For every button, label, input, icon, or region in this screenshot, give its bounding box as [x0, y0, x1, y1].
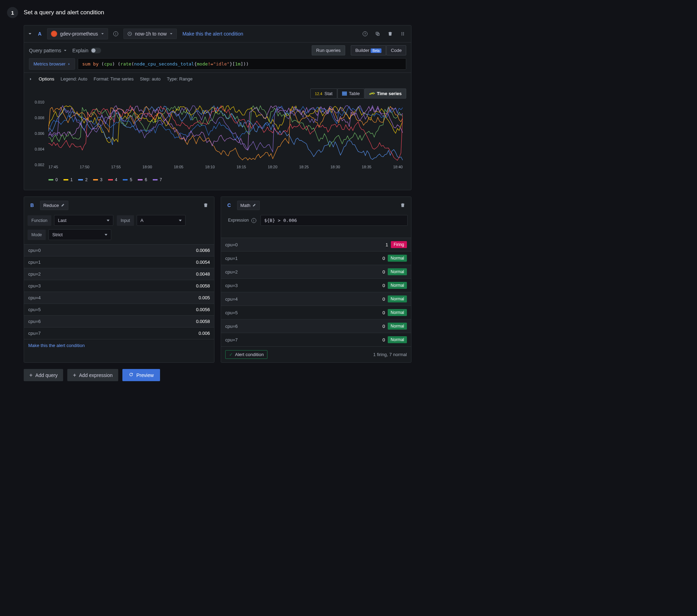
visualization-area: 12.4 Stat Table Time series 0.0100.0080.…: [24, 85, 411, 190]
datasource-info-icon[interactable]: i: [111, 29, 121, 39]
viz-stat-button[interactable]: 12.4 Stat: [310, 88, 337, 99]
table-row: cpu=20Normal: [221, 265, 411, 278]
plot-area[interactable]: [48, 102, 403, 165]
svg-rect-9: [342, 92, 347, 93]
expression-header: B Reduce: [24, 197, 214, 214]
copy-icon[interactable]: [373, 29, 382, 39]
step-number-badge: 1: [7, 7, 18, 18]
expression-input[interactable]: ${B} > 0.006: [260, 215, 408, 226]
expression-controls: Function Last Input A Mode Strict: [24, 214, 214, 244]
function-select[interactable]: Last: [54, 215, 113, 226]
timeseries-icon: [369, 92, 375, 95]
make-alert-condition-link[interactable]: Make this the alert condition: [180, 31, 246, 37]
table-row: cpu=50Normal: [221, 306, 411, 319]
legend-item[interactable]: 4: [108, 177, 118, 182]
step-title: Set a query and alert condition: [24, 9, 104, 16]
status-badge: Normal: [388, 295, 407, 302]
expression-panel-c: C Math Expression i ${B} > 0.006: [221, 197, 411, 363]
status-badge: Firing: [391, 241, 407, 248]
datasource-name: gdev-prometheus: [60, 31, 98, 37]
explain-toggle[interactable]: Explain: [73, 48, 101, 53]
y-axis: 0.0100.0080.0060.0040.002: [32, 102, 46, 165]
expression-header: C Math: [221, 197, 411, 214]
svg-point-8: [403, 34, 404, 35]
table-row: cpu=10.0054: [24, 256, 214, 268]
chart-legend: 01234567: [29, 175, 406, 184]
help-icon[interactable]: ?: [360, 29, 370, 39]
legend-item[interactable]: 7: [153, 177, 162, 182]
svg-rect-11: [342, 94, 347, 95]
table-row: cpu=60Normal: [221, 319, 411, 333]
legend-item[interactable]: 1: [63, 177, 73, 182]
panel-footer: ✓ Alert condition 1 firing, 7 normal: [221, 346, 411, 362]
query-toolbar: Query patterns Explain Run queries Build…: [24, 42, 411, 58]
expression-panel-b: B Reduce Function Last Input A: [24, 197, 214, 363]
expression-type-button[interactable]: Reduce: [40, 201, 68, 210]
alert-condition-badge: ✓ Alert condition: [225, 350, 267, 359]
input-label: Input: [117, 215, 134, 226]
mode-select[interactable]: Strict: [48, 229, 111, 240]
type-option: Type: Range: [167, 76, 193, 82]
drag-handle-icon[interactable]: [398, 29, 408, 39]
expression-ref-id[interactable]: C: [225, 202, 234, 208]
options-label: Options: [39, 76, 54, 82]
table-row: cpu=40.005: [24, 292, 214, 303]
info-icon[interactable]: i: [251, 218, 256, 223]
function-label: Function: [28, 215, 51, 226]
svg-point-3: [402, 32, 402, 33]
chevron-right-icon: [29, 77, 32, 81]
delete-icon[interactable]: [398, 200, 408, 210]
plus-icon: +: [29, 372, 32, 378]
step-option: Step: auto: [140, 76, 160, 82]
collapse-toggle[interactable]: [28, 31, 32, 36]
table-row: cpu=01Firing: [221, 238, 411, 251]
status-badge: Normal: [388, 268, 407, 275]
status-badge: Normal: [388, 336, 407, 343]
legend-item[interactable]: 0: [48, 177, 58, 182]
step-header: 1 Set a query and alert condition: [7, 7, 411, 18]
table-row: cpu=30.0058: [24, 280, 214, 292]
expression-type-button[interactable]: Math: [237, 201, 260, 210]
make-alert-condition-link[interactable]: Make this the alert condition: [28, 343, 88, 348]
check-icon: ✓: [229, 352, 233, 357]
input-select[interactable]: A: [137, 215, 185, 226]
add-expression-button[interactable]: + Add expression: [67, 369, 118, 381]
result-table-c: cpu=01Firingcpu=10Normalcpu=20Normalcpu=…: [221, 238, 411, 346]
promql-input[interactable]: sum by (cpu) (rate(node_cpu_seconds_tota…: [78, 58, 406, 70]
expression-ref-id[interactable]: B: [28, 202, 37, 208]
prometheus-icon: [51, 31, 57, 37]
legend-item[interactable]: 6: [138, 177, 147, 182]
code-mode-button[interactable]: Code: [386, 45, 406, 55]
svg-point-5: [402, 33, 402, 34]
viz-timeseries-button[interactable]: Time series: [365, 88, 406, 99]
delete-icon[interactable]: [385, 29, 395, 39]
expression-row: B Reduce Function Last Input A: [24, 197, 411, 363]
legend-item[interactable]: 3: [93, 177, 103, 182]
svg-rect-10: [342, 93, 347, 94]
preview-button[interactable]: Preview: [122, 369, 160, 381]
delete-icon[interactable]: [201, 200, 211, 210]
query-ref-id[interactable]: A: [35, 31, 44, 37]
legend-item[interactable]: 2: [78, 177, 88, 182]
pencil-icon: [61, 203, 65, 208]
query-panel-a: A gdev-prometheus i now-1h to now Make t…: [24, 25, 411, 190]
add-query-button[interactable]: + Add query: [24, 369, 63, 381]
query-patterns-button[interactable]: Query patterns: [29, 48, 67, 53]
result-table-b: cpu=00.0066cpu=10.0054cpu=20.0048cpu=30.…: [24, 244, 214, 339]
time-range-picker[interactable]: now-1h to now: [123, 29, 177, 39]
action-button-row: + Add query + Add expression Preview: [24, 369, 411, 381]
status-badge: Normal: [388, 323, 407, 330]
table-row: cpu=00.0066: [24, 244, 214, 256]
metrics-browser-button[interactable]: Metrics browser: [29, 58, 75, 70]
run-queries-button[interactable]: Run queries: [312, 45, 345, 55]
status-badge: Normal: [388, 309, 407, 316]
query-options-row[interactable]: Options Legend: Auto Format: Time series…: [24, 72, 411, 85]
builder-mode-button[interactable]: BuilderBeta: [351, 45, 386, 55]
editor-mode-switcher: BuilderBeta Code: [351, 45, 406, 55]
legend-item[interactable]: 5: [123, 177, 132, 182]
table-row: cpu=70Normal: [221, 333, 411, 346]
chart-container: 0.0100.0080.0060.0040.002 17:4517:5017:5…: [29, 102, 406, 175]
alert-summary: 1 firing, 7 normal: [373, 352, 407, 357]
datasource-picker[interactable]: gdev-prometheus: [47, 28, 108, 39]
viz-table-button[interactable]: Table: [338, 88, 364, 99]
